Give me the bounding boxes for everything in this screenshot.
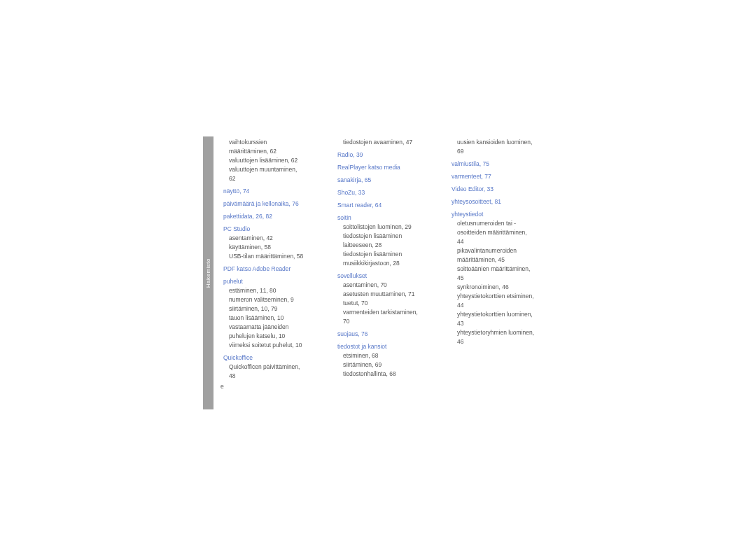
index-subentry: tauon lisääminen, 10	[223, 314, 325, 322]
index-subentry: estäminen, 11, 80	[223, 286, 325, 295]
index-heading: varmenteet, 77	[451, 172, 553, 181]
index-subentry: laitteeseen, 28	[337, 241, 439, 249]
index-heading: suojaus, 76	[337, 330, 439, 338]
index-subentry: määrittäminen, 45	[451, 255, 553, 264]
index-subentry: yhteystietokorttien luominen,	[451, 310, 553, 318]
index-page: Hakemisto vaihtokurssienmäärittäminen, 6…	[203, 136, 553, 409]
index-heading: PDF katso Adobe Reader	[223, 265, 325, 273]
index-subentry: 69	[451, 147, 553, 155]
index-subentry: valuuttojen lisääminen, 62	[223, 156, 325, 164]
index-subentry: määrittäminen, 62	[223, 147, 325, 155]
index-subentry: oletusnumeroiden tai -	[451, 219, 553, 227]
index-subentry: tuetut, 70	[337, 299, 439, 307]
index-subentry: tiedostojen lisääminen	[337, 232, 439, 240]
index-subentry: valuuttojen muuntaminen,	[223, 165, 325, 174]
index-column-3: uusien kansioiden luominen,69valmiustila…	[451, 138, 553, 409]
index-subentry: 44	[451, 301, 553, 309]
index-subentry: asetusten muuttaminen, 71	[337, 290, 439, 298]
index-heading: soitin	[337, 213, 439, 222]
index-subentry: osoitteiden määrittäminen,	[451, 228, 553, 237]
section-tab-label: Hakemisto	[205, 258, 211, 288]
index-heading: RealPlayer katso media	[337, 163, 439, 171]
index-subentry: vaihtokurssien	[223, 138, 325, 146]
index-heading: sovellukset	[337, 272, 439, 280]
index-subentry: puhelujen katselu, 10	[223, 332, 325, 340]
index-heading: pakettidata, 26, 82	[223, 212, 325, 220]
index-subentry: pikavalintanumeroiden	[451, 246, 553, 255]
index-heading: puhelut	[223, 277, 325, 286]
index-heading: ShoZu, 33	[337, 188, 439, 197]
index-subentry: 46	[451, 337, 553, 346]
index-subentry: siirtäminen, 69	[337, 360, 439, 369]
index-subentry: 62	[223, 174, 325, 183]
index-subentry: asentaminen, 70	[337, 281, 439, 289]
index-heading: yhteysosoitteet, 81	[451, 197, 553, 206]
index-heading: päivämäärä ja kellonaika, 76	[223, 199, 325, 208]
index-subentry: käyttäminen, 58	[223, 243, 325, 251]
index-subentry: 70	[337, 317, 439, 325]
index-subentry: 48	[223, 372, 325, 380]
index-heading: sanakirja, 65	[337, 176, 439, 184]
index-heading: näyttö, 74	[223, 187, 325, 195]
index-subentry: musiikkikirjastoon, 28	[337, 259, 439, 267]
index-subentry: soittoäänien määrittäminen,	[451, 265, 553, 273]
index-subentry: 45	[451, 274, 553, 282]
index-subentry: etsiminen, 68	[337, 351, 439, 360]
index-subentry: tiedostojen lisääminen	[337, 250, 439, 258]
index-subentry: yhteystietokorttien etsiminen,	[451, 292, 553, 300]
index-subentry: tiedostojen avaaminen, 47	[337, 138, 439, 146]
index-heading: Video Editor, 33	[451, 185, 553, 193]
index-subentry: 44	[451, 237, 553, 246]
index-heading: Quickoffice	[223, 353, 325, 362]
index-heading: yhteystiedot	[451, 210, 553, 218]
index-heading: Smart reader, 64	[337, 201, 439, 209]
index-subentry: numeron valitseminen, 9	[223, 295, 325, 304]
index-subentry: Quickofficen päivittäminen,	[223, 363, 325, 371]
index-subentry: tiedostonhallinta, 68	[337, 370, 439, 378]
index-heading: PC Studio	[223, 225, 325, 233]
page-letter: e	[220, 383, 325, 390]
index-subentry: yhteystietoryhmien luominen,	[451, 328, 553, 337]
index-column-1: vaihtokurssienmäärittäminen, 62valuuttoj…	[223, 138, 325, 380]
index-heading: valmiustila, 75	[451, 160, 553, 168]
index-column-2: tiedostojen avaaminen, 47Radio, 39RealPl…	[337, 138, 439, 409]
index-subentry: soittolistojen luominen, 29	[337, 223, 439, 231]
index-subentry: siirtäminen, 10, 79	[223, 304, 325, 313]
index-subentry: uusien kansioiden luominen,	[451, 138, 553, 146]
column-wrapper: vaihtokurssienmäärittäminen, 62valuuttoj…	[223, 138, 325, 409]
index-subentry: varmenteiden tarkistaminen,	[337, 308, 439, 316]
index-subentry: vastaamatta jääneiden	[223, 323, 325, 331]
index-heading: tiedostot ja kansiot	[337, 342, 439, 351]
section-tab: Hakemisto	[203, 136, 214, 409]
index-subentry: synkronoiminen, 46	[451, 283, 553, 291]
index-subentry: viimeksi soitetut puhelut, 10	[223, 341, 325, 349]
index-subentry: 43	[451, 319, 553, 328]
index-subentry: USB-tilan määrittäminen, 58	[223, 252, 325, 260]
index-columns: vaihtokurssienmäärittäminen, 62valuuttoj…	[214, 136, 553, 409]
index-heading: Radio, 39	[337, 150, 439, 159]
index-subentry: asentaminen, 42	[223, 234, 325, 242]
